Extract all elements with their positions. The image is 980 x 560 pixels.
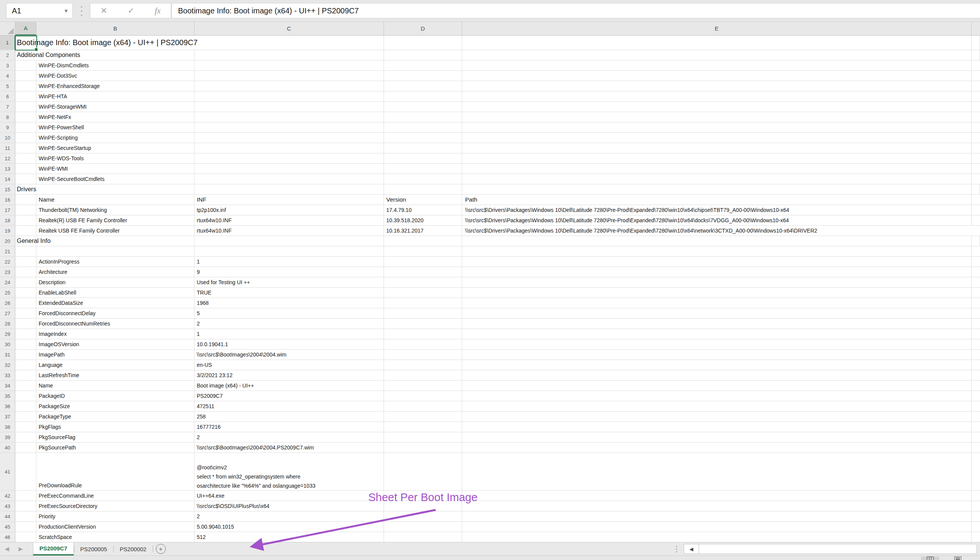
grid-cell[interactable]: 2: [194, 432, 384, 442]
row-header-46[interactable]: 46: [0, 532, 15, 542]
grid-cell[interactable]: [194, 92, 384, 102]
grid-cell[interactable]: rtux64w10.INF: [194, 215, 384, 225]
grid-cell[interactable]: [15, 215, 36, 225]
grid-cell[interactable]: ExtendedDataSize: [36, 298, 194, 308]
row-header-22[interactable]: 22: [0, 257, 15, 267]
grid-cell[interactable]: [384, 236, 462, 246]
grid-cell[interactable]: [462, 422, 972, 432]
grid-cell[interactable]: [972, 71, 980, 81]
grid-cell[interactable]: [15, 443, 36, 453]
grid-cell[interactable]: Thunderbolt(TM) Networking: [36, 205, 194, 215]
grid-cell[interactable]: [972, 195, 980, 205]
row-header-16[interactable]: 16: [0, 195, 15, 205]
grid-cell[interactable]: WinPE-PowerShell: [36, 122, 194, 132]
grid-cell[interactable]: [972, 102, 980, 112]
name-box-dropdown-icon[interactable]: ▼: [64, 8, 72, 14]
grid-cell[interactable]: 10.16.321.2017: [384, 226, 462, 236]
formula-input[interactable]: Bootimage Info: Boot image (x64) - UI++ …: [172, 3, 980, 18]
column-header-E[interactable]: E: [462, 22, 972, 35]
grid-cell[interactable]: [15, 81, 36, 91]
grid-cell[interactable]: ImageIndex: [36, 329, 194, 339]
grid-cell[interactable]: PS2009C7: [194, 391, 384, 401]
grid-cell[interactable]: [462, 443, 972, 453]
grid-cell[interactable]: [15, 60, 36, 70]
grid-cell[interactable]: [194, 133, 384, 143]
grid-cell[interactable]: [462, 288, 972, 298]
grid-cell[interactable]: [384, 153, 462, 163]
grid-cell[interactable]: [384, 360, 462, 370]
grid-cell[interactable]: [462, 257, 972, 267]
grid-cell[interactable]: [462, 391, 972, 401]
grid-cell[interactable]: [972, 491, 980, 501]
normal-view-button[interactable]: [921, 557, 940, 560]
grid-cell[interactable]: \\src\src$\OSD\UIPlusPlus\x64: [194, 501, 384, 511]
grid-cell[interactable]: [462, 522, 972, 532]
row-header-28[interactable]: 28: [0, 318, 15, 328]
grid-cell[interactable]: [36, 246, 194, 256]
grid-cell[interactable]: [462, 174, 972, 184]
grid-cell[interactable]: [462, 246, 972, 256]
row-header-35[interactable]: 35: [0, 391, 15, 401]
grid-cell[interactable]: [972, 432, 980, 442]
grid-cell[interactable]: [15, 112, 36, 122]
grid-cell[interactable]: 2: [194, 512, 384, 522]
grid-cell[interactable]: [384, 35, 462, 50]
grid-cell[interactable]: [384, 422, 462, 432]
grid-cell[interactable]: TRUE: [194, 288, 384, 298]
grid-cell[interactable]: [15, 226, 36, 236]
grid-cell[interactable]: [384, 401, 462, 411]
grid-cell[interactable]: 5.00.9040.1015: [194, 522, 384, 532]
grid-cell[interactable]: Architecture: [36, 267, 194, 277]
grid-cell[interactable]: [194, 174, 384, 184]
grid-cell[interactable]: [384, 267, 462, 277]
grid-cell[interactable]: [462, 432, 972, 442]
row-header-19[interactable]: 19: [0, 226, 15, 236]
grid-cell[interactable]: WinPE-WMI: [36, 164, 194, 174]
grid-cell[interactable]: PkgSourcePath: [36, 443, 194, 453]
grid-cell[interactable]: 1968: [194, 298, 384, 308]
grid-cell[interactable]: [462, 360, 972, 370]
grid-cell[interactable]: [972, 133, 980, 143]
insert-function-icon[interactable]: fx: [155, 6, 161, 16]
grid-cell[interactable]: [15, 422, 36, 432]
grid-cell[interactable]: [462, 267, 972, 277]
grid-cell[interactable]: [972, 453, 980, 490]
grid-cell[interactable]: Realtek USB FE Family Controller: [36, 226, 194, 236]
grid-cell[interactable]: UI++64.exe: [194, 491, 384, 501]
hscroll-left-icon[interactable]: ◀: [684, 544, 699, 554]
grid-cell[interactable]: [194, 122, 384, 132]
row-header-20[interactable]: 20: [0, 236, 15, 246]
grid-cell[interactable]: [36, 184, 194, 194]
grid-cell[interactable]: [972, 153, 980, 163]
grid-cell[interactable]: [462, 381, 972, 390]
grid-cell[interactable]: [15, 381, 36, 390]
grid-cell[interactable]: [15, 133, 36, 143]
row-header-43[interactable]: 43: [0, 501, 15, 511]
grid-cell[interactable]: [462, 71, 972, 81]
grid-cell[interactable]: [972, 267, 980, 277]
grid-cell[interactable]: 258: [194, 412, 384, 422]
grid-cell[interactable]: [972, 401, 980, 411]
grid-cell[interactable]: [384, 50, 462, 60]
grid-cell[interactable]: [972, 339, 980, 349]
row-header-1[interactable]: 1: [0, 35, 15, 50]
grid-cell[interactable]: PackageID: [36, 391, 194, 401]
page-layout-view-button[interactable]: [948, 557, 967, 560]
grid-cell[interactable]: [972, 391, 980, 401]
grid-cell[interactable]: 472511: [194, 401, 384, 411]
grid-cell[interactable]: [194, 102, 384, 112]
grid-cell[interactable]: [462, 102, 972, 112]
grid-cell[interactable]: 1: [194, 329, 384, 339]
grid-cell[interactable]: EnableLabShell: [36, 288, 194, 298]
grid-cell[interactable]: WinPE-DismCmdlets: [36, 60, 194, 70]
grid-cell[interactable]: [194, 236, 384, 246]
grid-cell[interactable]: [972, 60, 980, 70]
row-header-23[interactable]: 23: [0, 267, 15, 277]
grid-cell[interactable]: [15, 512, 36, 522]
grid-cell[interactable]: 16777216: [194, 422, 384, 432]
grid-cell[interactable]: PackageSize: [36, 401, 194, 411]
sheet-tab-PS2009C7[interactable]: PS2009C7: [33, 542, 74, 555]
grid-cell[interactable]: [194, 153, 384, 163]
row-header-42[interactable]: 42: [0, 491, 15, 501]
grid-cell[interactable]: ImagePath: [36, 350, 194, 360]
